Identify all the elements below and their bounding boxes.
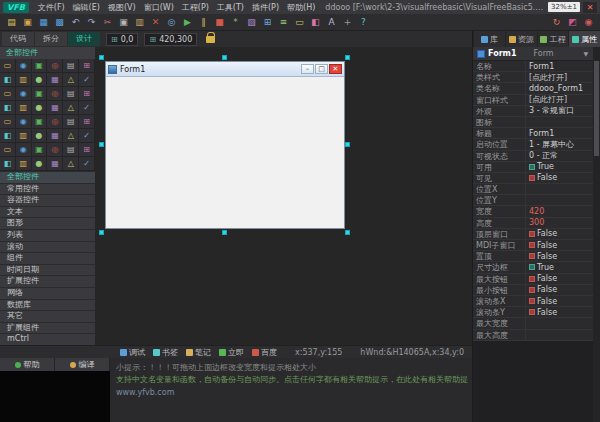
control-icon-9[interactable]: ● <box>32 73 48 87</box>
property-row[interactable]: 最大高度 <box>473 330 594 341</box>
property-value[interactable] <box>525 117 594 127</box>
code-window-icon[interactable]: ≡ <box>276 15 291 29</box>
bottombar-button-3[interactable]: 笔记 <box>186 347 211 358</box>
output-console[interactable] <box>0 371 110 422</box>
property-value[interactable]: [点此打开] <box>525 72 594 82</box>
control-icon-48[interactable]: ✓ <box>79 157 95 171</box>
property-row[interactable]: 高度300 <box>473 218 594 229</box>
control-icon-29[interactable]: ▤ <box>63 115 79 129</box>
property-value[interactable]: 3 - 常规窗口 <box>525 106 594 116</box>
about-icon[interactable]: ◉ <box>581 15 596 29</box>
property-row[interactable]: 可见False <box>473 173 594 184</box>
property-row[interactable]: 宽度420 <box>473 206 594 217</box>
toolbox-category-9[interactable]: 时间日期 <box>0 265 95 276</box>
property-row[interactable]: 启动位置1 - 屏幕中心 <box>473 139 594 150</box>
checkbox-icon[interactable] <box>529 287 535 293</box>
toolbox-category-5[interactable]: 图形 <box>0 218 95 229</box>
save-all-icon[interactable]: ▩ <box>52 15 67 29</box>
control-icon-36[interactable]: ✓ <box>79 129 95 143</box>
control-icon-1[interactable]: ▭ <box>0 59 16 73</box>
toolbox-category-8[interactable]: 组件 <box>0 253 95 264</box>
property-value[interactable] <box>525 330 594 340</box>
checkbox-icon[interactable] <box>529 298 535 304</box>
control-icon-11[interactable]: △ <box>63 73 79 87</box>
checkbox-icon[interactable] <box>529 253 535 259</box>
property-value[interactable]: False <box>525 173 594 183</box>
pause-icon[interactable]: ∥ <box>196 15 211 29</box>
control-icon-25[interactable]: ▭ <box>0 115 16 129</box>
menu-item-3[interactable]: 视图(V) <box>104 2 140 13</box>
scrollbar-thumb[interactable] <box>594 61 599 156</box>
property-row[interactable]: 可用True <box>473 162 594 173</box>
checkbox-icon[interactable] <box>529 309 535 315</box>
selection-handle-n[interactable] <box>222 55 227 60</box>
control-icon-16[interactable]: ◎ <box>47 87 63 101</box>
control-icon-15[interactable]: ▣ <box>32 87 48 101</box>
control-icon-32[interactable]: ▥ <box>16 129 32 143</box>
update-icon[interactable]: ↻ <box>549 15 564 29</box>
control-icon-13[interactable]: ▭ <box>0 87 16 101</box>
bottombar-button-4[interactable]: 立即 <box>219 347 244 358</box>
menu-item-4[interactable]: 窗口(W) <box>140 2 178 13</box>
property-row[interactable]: 名称Form1 <box>473 61 594 72</box>
control-icon-33[interactable]: ● <box>32 129 48 143</box>
paste-icon[interactable]: ▥ <box>132 15 147 29</box>
property-row[interactable]: 滚动条XFalse <box>473 296 594 307</box>
property-value[interactable]: Form1 <box>525 128 594 138</box>
property-row[interactable]: 类样式[点此打开] <box>473 72 594 83</box>
property-row[interactable]: 位置X <box>473 184 594 195</box>
selection-handle-e[interactable] <box>345 142 350 147</box>
lock-icon[interactable] <box>206 36 215 43</box>
control-icon-24[interactable]: ✓ <box>79 101 95 115</box>
control-icon-7[interactable]: ◧ <box>0 73 16 87</box>
control-icon-21[interactable]: ● <box>32 101 48 115</box>
position-box[interactable]: ⊞ 0,0 <box>106 33 138 46</box>
bottombar-button-5[interactable]: 百度 <box>252 347 277 358</box>
property-row[interactable]: 图标 <box>473 117 594 128</box>
save-icon[interactable]: ▦ <box>36 15 51 29</box>
control-icon-2[interactable]: ◉ <box>16 59 32 73</box>
stop-icon[interactable]: ■ <box>212 15 227 29</box>
new-file-icon[interactable]: ▤ <box>4 15 19 29</box>
toolbox-category-11[interactable]: 网络 <box>0 288 95 299</box>
property-value[interactable]: False <box>525 274 594 284</box>
designer-tab-design[interactable]: 设计 <box>68 32 100 46</box>
toolbox-category-13[interactable]: 其它 <box>0 311 95 322</box>
form-design-surface[interactable]: Form1 – □ ✕ <box>105 61 345 229</box>
control-icon-8[interactable]: ▥ <box>16 73 32 87</box>
property-row[interactable]: 顶层窗口False <box>473 229 594 240</box>
new-form-icon[interactable]: ⊞ <box>260 15 275 29</box>
control-icon-41[interactable]: ▤ <box>63 143 79 157</box>
bottom-tab-help[interactable]: 帮助 <box>0 358 55 371</box>
control-icon-6[interactable]: ⊞ <box>79 59 95 73</box>
property-row[interactable]: 外观3 - 常规窗口 <box>473 106 594 117</box>
control-icon-14[interactable]: ◉ <box>16 87 32 101</box>
property-value[interactable] <box>525 318 594 328</box>
property-value[interactable]: 1 - 屏幕中心 <box>525 139 594 149</box>
control-icon-22[interactable]: ▦ <box>47 101 63 115</box>
form-close-icon[interactable]: ✕ <box>329 64 342 74</box>
undo-icon[interactable]: ↶ <box>68 15 83 29</box>
panel-tab-properties[interactable]: 属性 <box>568 31 600 47</box>
toolbox-category-14[interactable]: 扩展组件 <box>0 323 95 334</box>
object-selector[interactable]: Form1 Form ▼ <box>473 47 600 61</box>
zoom-badge[interactable]: 32%±1 <box>548 2 580 12</box>
control-icon-27[interactable]: ▣ <box>32 115 48 129</box>
control-icon-23[interactable]: △ <box>63 101 79 115</box>
form-titlebar[interactable]: Form1 – □ ✕ <box>106 62 344 77</box>
control-icon-47[interactable]: △ <box>63 157 79 171</box>
toolbox-category-12[interactable]: 数据库 <box>0 300 95 311</box>
toolbox-category-6[interactable]: 列表 <box>0 230 95 241</box>
size-box[interactable]: ⊞ 420,300 <box>144 33 197 46</box>
control-icon-5[interactable]: ▤ <box>63 59 79 73</box>
bottombar-button-2[interactable]: 书签 <box>153 347 178 358</box>
close-icon[interactable]: ✕ <box>583 2 597 13</box>
selection-handle-sw[interactable] <box>99 230 104 235</box>
menu-item-1[interactable]: 文件(F) <box>34 2 69 13</box>
property-row[interactable]: 位置Y <box>473 195 594 206</box>
designer-tab-code[interactable]: 代码 <box>2 32 34 46</box>
property-value[interactable]: [点此打开] <box>525 95 594 105</box>
checkbox-icon[interactable] <box>529 242 535 248</box>
control-icon-45[interactable]: ● <box>32 157 48 171</box>
menu-item-7[interactable]: 插件(P) <box>248 2 283 13</box>
